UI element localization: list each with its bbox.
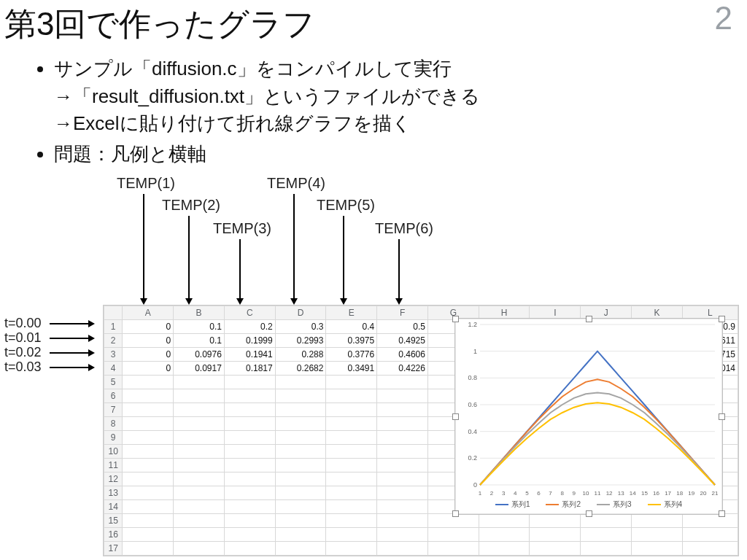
cell[interactable]: 0.3776 [326,348,377,362]
cell[interactable] [123,542,174,556]
cell[interactable] [326,514,377,528]
cell[interactable]: 0.1941 [224,348,275,362]
cell[interactable] [479,528,530,542]
cell[interactable]: 0.1 [174,320,225,334]
cell[interactable] [275,376,326,389]
cell[interactable] [123,472,174,486]
cell[interactable]: 0.3 [275,320,326,334]
cell[interactable] [123,514,174,528]
cell[interactable] [326,528,377,542]
cell[interactable] [123,500,174,514]
cell[interactable] [326,486,377,500]
cell[interactable] [224,500,275,514]
cell[interactable]: 0.2 [224,320,275,334]
cell[interactable] [275,445,326,459]
cell[interactable] [377,431,428,445]
cell[interactable] [123,431,174,445]
cell[interactable] [632,542,683,556]
cell[interactable] [123,486,174,500]
cell[interactable] [224,528,275,542]
cell[interactable] [275,417,326,431]
cell[interactable] [377,514,428,528]
cell[interactable]: 0.2993 [275,334,326,348]
cell[interactable] [377,486,428,500]
cell[interactable] [275,472,326,486]
cell[interactable]: 0.0976 [174,348,225,362]
cell[interactable] [174,542,225,556]
cell[interactable] [224,417,275,431]
cell[interactable] [174,445,225,459]
cell[interactable] [275,500,326,514]
cell[interactable] [581,528,632,542]
cell[interactable] [530,514,581,528]
cell[interactable] [275,431,326,445]
cell[interactable] [224,445,275,459]
cell[interactable] [377,542,428,556]
cell[interactable] [326,542,377,556]
cell[interactable] [682,528,738,542]
cell[interactable] [123,417,174,431]
cell[interactable] [275,528,326,542]
cell[interactable] [479,514,530,528]
cell[interactable] [326,459,377,472]
cell[interactable] [326,403,377,417]
cell[interactable] [326,389,377,403]
cell[interactable]: 0.1 [174,334,225,348]
cell[interactable]: 0 [123,320,174,334]
cell[interactable]: 0.4606 [377,348,428,362]
cell[interactable] [174,514,225,528]
cell[interactable] [326,417,377,431]
cell[interactable] [123,389,174,403]
cell[interactable] [326,500,377,514]
cell[interactable]: 0.0917 [174,362,225,376]
cell[interactable] [174,486,225,500]
cell[interactable]: 0.5 [377,320,428,334]
cell[interactable]: 0.3975 [326,334,377,348]
cell[interactable] [224,431,275,445]
cell[interactable] [224,403,275,417]
cell[interactable] [275,542,326,556]
cell[interactable] [123,445,174,459]
cell[interactable] [174,472,225,486]
cell[interactable] [479,542,530,556]
cell[interactable] [377,376,428,389]
cell[interactable] [174,528,225,542]
cell[interactable] [224,389,275,403]
cell[interactable]: 0.4925 [377,334,428,348]
cell[interactable] [326,445,377,459]
cell[interactable] [275,514,326,528]
cell[interactable] [530,528,581,542]
cell[interactable] [123,376,174,389]
cell[interactable] [682,514,738,528]
cell[interactable] [427,528,479,542]
cell[interactable]: 0.3491 [326,362,377,376]
cell[interactable] [174,403,225,417]
cell[interactable] [377,403,428,417]
cell[interactable] [174,431,225,445]
cell[interactable] [377,472,428,486]
cell[interactable] [326,431,377,445]
cell[interactable] [174,417,225,431]
cell[interactable] [377,445,428,459]
cell[interactable] [377,417,428,431]
cell[interactable]: 0.2682 [275,362,326,376]
cell[interactable] [326,376,377,389]
cell[interactable]: 0.1999 [224,334,275,348]
cell[interactable] [174,389,225,403]
cell[interactable] [275,389,326,403]
cell[interactable] [224,459,275,472]
cell[interactable] [123,403,174,417]
cell[interactable] [326,472,377,486]
cell[interactable]: 0.4226 [377,362,428,376]
cell[interactable] [377,500,428,514]
cell[interactable] [224,472,275,486]
cell[interactable] [377,528,428,542]
cell[interactable] [275,486,326,500]
cell[interactable] [377,459,428,472]
cell[interactable]: 0 [123,334,174,348]
cell[interactable] [275,403,326,417]
cell[interactable]: 0.288 [275,348,326,362]
cell[interactable] [427,542,479,556]
cell[interactable] [632,514,683,528]
cell[interactable] [224,514,275,528]
